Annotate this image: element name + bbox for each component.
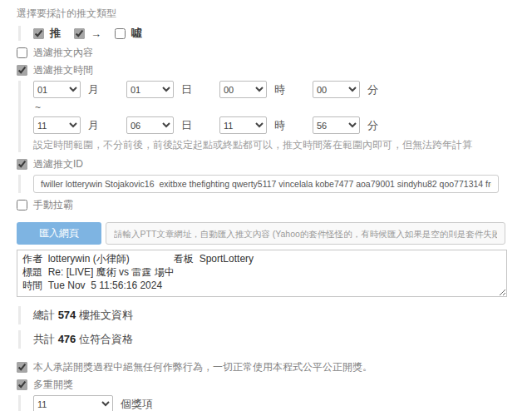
from-hour-select[interactable]: 00 <box>219 81 267 98</box>
lottery-tool-page: 選擇要採計的推文類型 推 → 噓 過濾推文內容 過濾推文時間 01 月 01 日 <box>17 7 532 411</box>
minute-unit-label: 分 <box>367 118 378 133</box>
filter-time-checkbox[interactable] <box>17 65 27 76</box>
fairness-pledge-checkbox[interactable] <box>17 362 27 373</box>
qualified-count-value: 476 <box>58 333 76 345</box>
to-hour-select[interactable]: 11 <box>219 116 267 134</box>
filter-content-label: 過濾推文內容 <box>33 46 93 60</box>
filter-content-checkbox[interactable] <box>17 47 27 58</box>
ptt-url-input[interactable] <box>106 222 505 245</box>
comment-type-section-label: 選擇要採計的推文類型 <box>17 7 532 21</box>
month-unit-label: 月 <box>88 118 99 133</box>
time-from-row: 01 月 01 日 00 時 00 分 <box>33 81 532 98</box>
filter-id-checkbox[interactable] <box>17 159 27 170</box>
minute-unit-label: 分 <box>367 82 378 97</box>
total-comments-line: 總計 574 樓推文資料 <box>33 306 532 324</box>
multi-draw-group: 11 個獎項 此選項可一次開出多位得獎者 <box>18 395 532 411</box>
from-month-select[interactable]: 01 <box>33 81 81 98</box>
to-day-select[interactable]: 06 <box>126 116 174 134</box>
id-filter-group <box>18 175 532 193</box>
manual-slot-label: 手動拉霸 <box>33 198 73 212</box>
push-type-checkbox[interactable] <box>33 28 44 39</box>
push-type-label: 推 <box>50 26 61 41</box>
multi-draw-checkbox[interactable] <box>17 379 27 390</box>
filter-time-label: 過濾推文時間 <box>33 63 93 77</box>
boo-type-label: 噓 <box>131 26 142 41</box>
qualified-count-block: 共計 476 位符合資格 <box>18 330 532 349</box>
multi-draw-label: 多重開獎 <box>33 378 73 392</box>
time-to-row: 11 月 06 日 11 時 56 分 <box>33 116 532 134</box>
arrow-type-checkbox[interactable] <box>74 28 85 39</box>
comment-type-group: 推 → 噓 <box>18 26 532 41</box>
month-unit-label: 月 <box>88 82 99 97</box>
import-url-button[interactable]: 匯入網頁 <box>17 222 101 245</box>
filter-id-label: 過濾推文ID <box>33 157 83 171</box>
qualified-count-line: 共計 476 位符合資格 <box>33 330 532 349</box>
time-range-hint: 設定時間範圍，不分前後，前後設定起點或終點都可以，推文時間落在範圍內即可，但無法… <box>33 138 532 152</box>
time-range-group: 01 月 01 日 00 時 00 分 ~ 11 月 06 <box>18 81 532 152</box>
day-unit-label: 日 <box>181 118 192 133</box>
total-comments-block: 總計 574 樓推文資料 <box>18 306 532 324</box>
total-comments-value: 574 <box>58 309 76 321</box>
article-content-textarea[interactable]: 作者 lotterywin (小律師) 看板 SportLottery 標題 R… <box>17 250 507 297</box>
prize-count-unit-label: 個獎項 <box>121 397 153 411</box>
range-separator: ~ <box>35 102 532 113</box>
from-minute-select[interactable]: 00 <box>313 81 360 98</box>
fairness-pledge-label: 本人承諾開獎過程中絕無任何作弊行為，一切正常使用本程式公平公正開獎。 <box>33 360 372 374</box>
to-minute-select[interactable]: 56 <box>313 116 360 134</box>
hour-unit-label: 時 <box>274 118 285 133</box>
import-row: 匯入網頁 <box>17 222 505 245</box>
arrow-type-label: → <box>91 27 101 40</box>
manual-slot-checkbox[interactable] <box>17 200 27 210</box>
id-list-input[interactable] <box>33 175 499 193</box>
boo-type-checkbox[interactable] <box>115 28 126 39</box>
prize-count-select[interactable]: 11 <box>33 395 113 411</box>
to-month-select[interactable]: 11 <box>33 116 81 134</box>
day-unit-label: 日 <box>181 82 192 97</box>
from-day-select[interactable]: 01 <box>126 81 174 98</box>
hour-unit-label: 時 <box>274 82 285 97</box>
